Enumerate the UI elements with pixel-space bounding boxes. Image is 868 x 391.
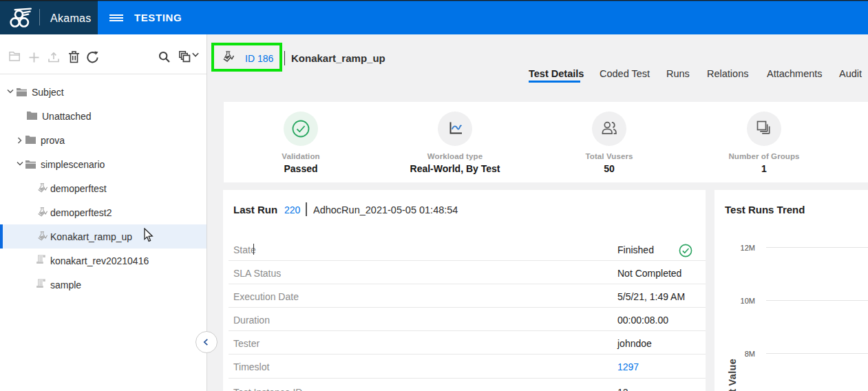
svg-text:Measurement Value: Measurement Value [727, 359, 738, 391]
